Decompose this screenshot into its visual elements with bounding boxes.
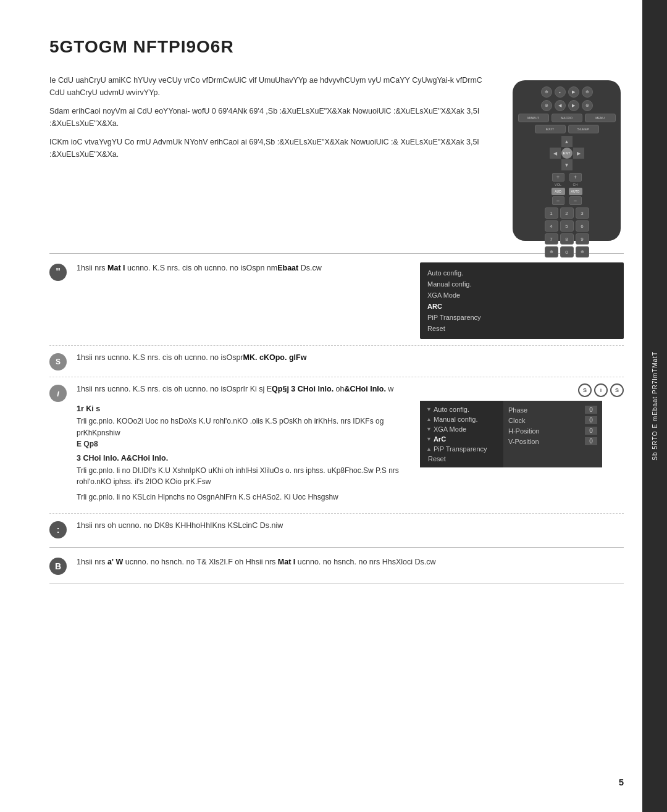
vol-minus[interactable]: −	[552, 196, 564, 205]
right-val-hpos: 0	[585, 427, 597, 435]
ch-minus[interactable]: −	[569, 196, 582, 205]
vol-plus[interactable]: +	[552, 173, 564, 182]
num-3[interactable]: 3	[576, 207, 589, 219]
menu1-item-2[interactable]: XGA Mode	[427, 290, 616, 301]
menu1-item-0[interactable]: Auto config.	[427, 267, 616, 278]
menu2-right-row-0[interactable]: Phase 0	[508, 404, 597, 415]
ch-plus[interactable]: +	[569, 173, 582, 182]
quote-text3: Ds.cw	[298, 264, 322, 272]
dpad-empty-3	[550, 159, 561, 170]
remote-btn-5[interactable]: ⊕	[541, 100, 552, 111]
menu1-item-1[interactable]: Manual config.	[427, 278, 616, 290]
quote-bold2: Ebaat	[277, 264, 298, 272]
top-section: Ie CdU uahCryU amiKC hYUvy veCUy vrCo vf…	[49, 74, 624, 241]
menu2-label-3: PiP Transparency	[434, 445, 487, 453]
menu2-right-row-3[interactable]: V-Position 0	[508, 436, 597, 446]
page-title: 5GTOGM NFTPI9O6R	[49, 37, 624, 57]
right-label-phase: Phase	[508, 406, 527, 414]
i-text-intro: 1hsii nrs ucnno. K.S nrs. cis oh ucnno. …	[77, 385, 272, 393]
remote-btn-4[interactable]: ⊕	[582, 86, 593, 98]
remote-control: ⊕ ▪ ▶ ⊕ ⊕ ◀ ▶ ⊕ MINPUT MACRO MENU EX	[513, 80, 621, 241]
num-6[interactable]: 6	[576, 220, 589, 232]
sub-para2a: Trli gc.pnlo. li no DI.lDI's K.U XshnIpK…	[77, 465, 408, 488]
dpad-left[interactable]: ◀	[550, 148, 561, 159]
num-2[interactable]: 2	[560, 207, 574, 219]
menu2-row-arc[interactable]: ▼ ArC	[426, 434, 497, 444]
right-label-vpos: V-Position	[508, 438, 539, 445]
arrow-3: ▲	[426, 446, 432, 452]
menu1-item-3[interactable]: PiP Transparency	[427, 312, 616, 323]
arrow-0: ▼	[426, 406, 432, 412]
section-i-layout: i 1hsii nrs ucnno. K.S nrs. cis oh ucnno…	[49, 383, 624, 507]
remote-row3: MINPUT MACRO MENU	[518, 114, 616, 122]
num-extra[interactable]: ⊕	[576, 246, 589, 257]
auto-btn2[interactable]: AUTO	[569, 188, 582, 195]
symbol-s2: S	[610, 383, 624, 397]
num-7[interactable]: 7	[545, 233, 558, 245]
info-text-s: 1hsii nrs ucnno. K.S nrs. cis oh ucnno. …	[77, 352, 624, 364]
menu2-row-1[interactable]: ▲ Manual config.	[426, 414, 497, 424]
symbol-i: i	[594, 383, 608, 397]
remote-btn-6[interactable]: ◀	[555, 100, 566, 111]
menu1-area: Auto config. Manual config. XGA Mode ARC…	[420, 262, 624, 339]
right-val-phase: 0	[585, 406, 597, 414]
remote-menu-btn[interactable]: MENU	[585, 114, 616, 122]
b-bold1: a' W	[107, 558, 123, 566]
b-text2: ucnno. no hsnch. no T& Xls2I.F oh Hhsii …	[123, 558, 278, 566]
menu2-row-4[interactable]: Reset	[426, 454, 497, 464]
quote-text1: 1hsii nrs	[77, 264, 107, 272]
menu2-left: ▼ Auto config. ▲ Manual config. ▼ XGA Mo…	[420, 401, 503, 467]
menu2-row-2[interactable]: ▼ XGA Mode	[426, 424, 497, 434]
right-val-clock: 0	[585, 416, 597, 424]
symbols-row: S i S	[420, 383, 624, 397]
num-8[interactable]: 8	[560, 233, 574, 245]
intro-para1: Ie CdU uahCryU amiKC hYUvy veCUy vrCo vf…	[49, 74, 494, 99]
dpad-empty-4	[573, 159, 584, 170]
num-0a[interactable]: ⊕	[545, 246, 558, 257]
remote-sleep-btn[interactable]: SLEEP	[568, 125, 599, 133]
dpad-empty-2	[573, 136, 584, 147]
num-9[interactable]: 9	[576, 233, 589, 245]
menu1-item-4[interactable]: Reset	[427, 323, 616, 334]
num-0[interactable]: 0	[560, 246, 574, 257]
num-5[interactable]: 5	[560, 220, 574, 232]
info-text-i: 1hsii nrs ucnno. K.S nrs. cis oh ucnno. …	[77, 383, 408, 395]
intro-text-area: Ie CdU uahCryU amiKC hYUvy veCUy vrCo vf…	[49, 74, 494, 241]
remote-btn-8[interactable]: ⊕	[582, 100, 593, 111]
b-text3: ucnno. no hsnch. no nrs HhsXloci Ds.cw	[295, 558, 435, 566]
menu2-row-0[interactable]: ▼ Auto config.	[426, 404, 497, 414]
ch-label: CH	[573, 183, 578, 186]
menu1-item-arc[interactable]: ARC	[427, 301, 616, 312]
menu2-area: S i S ▼ Auto config. ▲ Manual config. ▼	[420, 383, 624, 507]
quote-text2: ucnno. K.S nrs. cis oh ucnno. no isOspn …	[125, 264, 278, 272]
i-icon: i	[49, 385, 67, 402]
remote-exit-btn[interactable]: EXIT	[535, 125, 566, 133]
remote-dpad-row: ▲ ◀ ENT ▶ ▼	[550, 136, 584, 170]
remote-btn-2[interactable]: ▪	[555, 86, 566, 98]
menu2-label-4: Reset	[428, 455, 446, 463]
menu2-row-3[interactable]: ▲ PiP Transparency	[426, 444, 497, 454]
intro-para2: Sdam erihCaoi noyVm ai CdU eoYYonai- wof…	[49, 105, 494, 130]
menu2-right-row-1[interactable]: Clock 0	[508, 415, 597, 425]
menu2-right-row-2[interactable]: H-Position 0	[508, 425, 597, 436]
dpad-down[interactable]: ▼	[561, 159, 573, 170]
num-4[interactable]: 4	[545, 220, 558, 232]
remote-minput-btn[interactable]: MINPUT	[518, 114, 549, 122]
i-text-end: w	[386, 385, 394, 393]
remote-btn-3[interactable]: ▶	[568, 86, 579, 98]
auto-btn[interactable]: AUD	[552, 188, 565, 195]
remote-btn-7[interactable]: ▶	[568, 100, 579, 111]
dpad-right[interactable]: ▶	[573, 148, 584, 159]
right-sidebar: Sb 5RTO E mEbaat PR7lmTMatT	[642, 0, 667, 812]
remote-macro-btn[interactable]: MACRO	[552, 114, 582, 122]
menu2-label-2: XGA Mode	[434, 425, 466, 433]
b-bold2: Mat I	[278, 558, 295, 566]
section-i-left: i 1hsii nrs ucnno. K.S nrs. cis oh ucnno…	[49, 383, 408, 507]
dpad-up[interactable]: ▲	[561, 136, 573, 147]
menu2-label-1: Manual config.	[434, 416, 478, 423]
arrow-1: ▲	[426, 416, 432, 422]
num-1[interactable]: 1	[545, 207, 558, 219]
dpad-center-enter[interactable]: ENT	[561, 148, 573, 159]
info-text-quote: 1hsii nrs Mat I ucnno. K.S nrs. cis oh u…	[77, 262, 408, 274]
remote-btn-1[interactable]: ⊕	[541, 86, 552, 98]
